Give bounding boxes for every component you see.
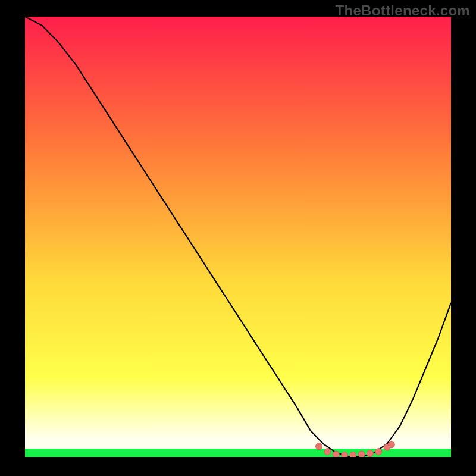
optimal-marker [375, 449, 382, 455]
optimal-marker [367, 450, 373, 457]
optimal-marker [358, 451, 365, 457]
optimal-marker [316, 443, 322, 450]
gradient-background [25, 17, 451, 457]
watermark-text: TheBottleneck.com [336, 2, 470, 19]
chart-svg [25, 17, 451, 457]
optimal-marker [388, 441, 394, 448]
chart-container: TheBottleneck.com [0, 0, 476, 476]
optimal-marker [333, 451, 339, 457]
optimal-marker [342, 452, 348, 457]
optimal-marker [324, 449, 331, 455]
plot-area [25, 17, 451, 457]
optimal-marker [350, 452, 356, 457]
